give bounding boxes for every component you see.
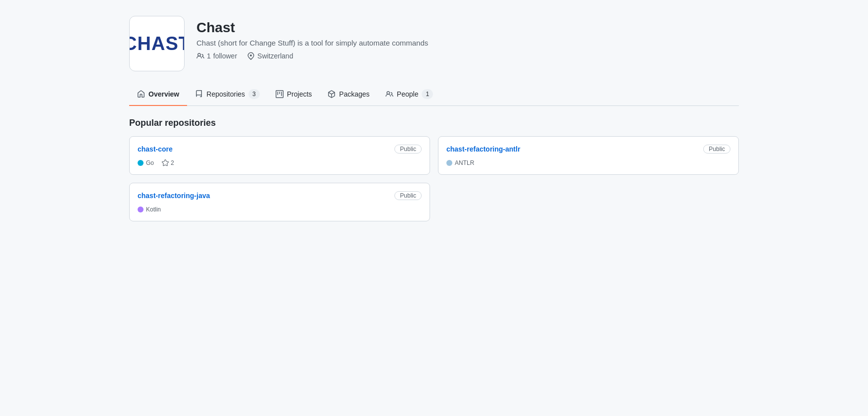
repo-card-chast-core: chast-core Public Go 2	[129, 136, 430, 175]
home-icon	[137, 90, 145, 98]
repo-card-header-java: chast-refactoring-java Public	[138, 191, 422, 200]
repo-name-chast-refactoring-antlr[interactable]: chast-refactoring-antlr	[446, 145, 520, 153]
repo-lang-chast-core: Go	[138, 159, 154, 166]
location-text: Switzerland	[257, 52, 293, 60]
repo-grid: chast-core Public Go 2	[129, 136, 739, 221]
main-content: Popular repositories chast-core Public G…	[129, 118, 739, 221]
repo-visibility-java: Public	[394, 191, 422, 200]
tab-projects-label: Projects	[287, 90, 312, 98]
tab-repositories-label: Repositories	[206, 90, 245, 98]
tab-people-label: People	[397, 90, 419, 98]
star-icon	[162, 159, 169, 166]
people-badge: 1	[422, 89, 433, 99]
lang-dot-antlr	[446, 160, 452, 166]
tab-overview[interactable]: Overview	[129, 83, 187, 106]
people-icon	[386, 90, 393, 98]
profile-header: CHAST Chast Chast (short for Change Stuf…	[129, 16, 739, 71]
nav-tabs: Overview Repositories 3 Projects Package…	[129, 83, 739, 106]
tab-people[interactable]: People 1	[378, 83, 441, 106]
repo-meta-chast-core: Go 2	[138, 159, 422, 166]
section-title: Popular repositories	[129, 118, 739, 128]
repo-visibility-chast-core: Public	[394, 145, 422, 154]
repo-lang-java: Kotlin	[138, 206, 161, 213]
stars-count-chast-core: 2	[171, 159, 174, 166]
repositories-badge: 3	[248, 89, 260, 99]
followers-meta: 1 follower	[196, 52, 237, 60]
tab-overview-label: Overview	[148, 90, 179, 98]
lang-label-kotlin: Kotlin	[146, 206, 161, 213]
org-name: Chast	[196, 20, 428, 36]
lang-dot-go	[138, 160, 144, 166]
repo-card-header-antlr: chast-refactoring-antlr Public	[446, 145, 730, 154]
repo-card-chast-refactoring-antlr: chast-refactoring-antlr Public ANTLR	[438, 136, 739, 175]
followers-count: 1	[207, 52, 211, 60]
projects-icon	[276, 90, 284, 98]
repo-meta-java: Kotlin	[138, 206, 422, 213]
repo-name-chast-core[interactable]: chast-core	[138, 145, 173, 153]
profile-meta: 1 follower Switzerland	[196, 52, 428, 60]
lang-dot-kotlin	[138, 207, 144, 212]
lang-label-go: Go	[146, 159, 154, 166]
repo-meta-antlr: ANTLR	[446, 159, 730, 166]
org-logo: CHAST	[129, 34, 185, 53]
repo-card-header: chast-core Public	[138, 145, 422, 154]
packages-icon	[328, 90, 336, 98]
repo-lang-antlr: ANTLR	[446, 159, 474, 166]
lang-label-antlr: ANTLR	[455, 159, 474, 166]
repo-name-chast-refactoring-java[interactable]: chast-refactoring-java	[138, 192, 210, 200]
followers-icon	[196, 52, 204, 60]
repo-visibility-antlr: Public	[703, 145, 730, 154]
repo-stars-chast-core: 2	[162, 159, 174, 166]
repo-card-chast-refactoring-java: chast-refactoring-java Public Kotlin	[129, 183, 430, 221]
repo-icon	[195, 90, 203, 98]
tab-projects[interactable]: Projects	[268, 83, 320, 106]
location-meta: Switzerland	[247, 52, 293, 60]
location-icon	[247, 52, 255, 60]
tab-packages[interactable]: Packages	[320, 83, 377, 106]
org-description: Chast (short for Change Stuff) is a tool…	[196, 39, 428, 47]
tab-packages-label: Packages	[339, 90, 369, 98]
followers-label: follower	[213, 52, 237, 60]
tab-repositories[interactable]: Repositories 3	[187, 83, 268, 106]
org-avatar: CHAST	[129, 16, 185, 71]
profile-info: Chast Chast (short for Change Stuff) is …	[196, 16, 428, 60]
